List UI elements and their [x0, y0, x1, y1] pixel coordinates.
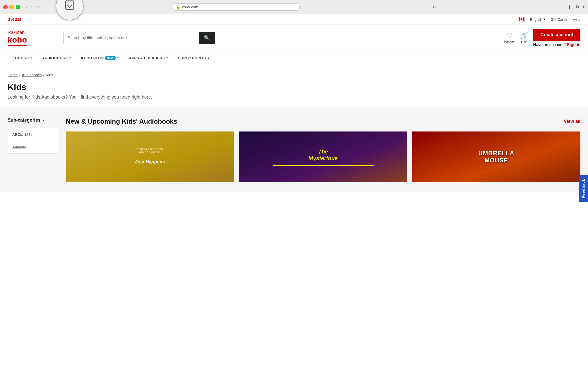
reload-button[interactable]: ↻ [433, 5, 436, 9]
search-button[interactable]: 🔍 [199, 32, 215, 44]
forward-button[interactable]: › [30, 4, 34, 10]
gift-cards-link[interactable]: Gift Cards [551, 17, 568, 22]
book-card-2[interactable]: TheMysterious [239, 131, 407, 182]
chevron-down-icon: ▾ [30, 56, 32, 60]
create-account-button[interactable]: Create account [533, 29, 580, 41]
book-cover-1: SURF HAPPENS VIEOGRACE SAPPERS Just Happ… [66, 131, 234, 182]
heart-icon: ♡ [507, 32, 513, 39]
svg-rect-0 [66, 1, 74, 9]
chevron-down-icon: ▾ [117, 56, 119, 60]
sidebar-title-text: Sub-categories [8, 118, 41, 123]
lock-icon: 🔒 [176, 5, 180, 9]
page-content: Home / Audiobooks / Kids Kids Looking fo… [0, 65, 588, 107]
nav-item-audiobooks[interactable]: AUDIOBOOKS ▾ [37, 51, 76, 65]
book-cover-3: UMBRELLAMOUSE [412, 131, 580, 182]
help-link[interactable]: Help [573, 17, 580, 22]
logo[interactable]: Rakuten kobo [8, 30, 58, 46]
sidebar-toggle-button[interactable]: ▭ [35, 4, 42, 10]
back-button[interactable]: ‹ [24, 4, 29, 10]
page-title: Kids [8, 82, 580, 92]
nav-item-kobo-plus[interactable]: KOBO PLUS NEW ▾ [76, 51, 124, 65]
logo-underline [8, 45, 27, 46]
url-text: kobo.com [182, 5, 198, 9]
promo-text: Get $15 [8, 17, 21, 22]
nav-item-apps-ereaders[interactable]: APPS & eREADERS ▾ [124, 51, 173, 65]
logo-kobo-text: kobo [8, 35, 27, 44]
canada-flag-icon: 🇨🇦 [518, 16, 525, 22]
browser-chrome: ✕ − + ‹ › ▭ 🔒 kobo.com ↻ ⬆ ⧉ + [0, 0, 588, 14]
main-area: New & Upcoming Kids' Audiobooks View all… [66, 118, 580, 182]
page-subtitle: Looking for Kids Audiobooks? You'll find… [8, 94, 580, 100]
wishlist-button[interactable]: ♡ Wishlist [504, 32, 515, 44]
chevron-down-icon: ▾ [166, 56, 168, 60]
nav-audiobooks-label: AUDIOBOOKS [42, 56, 68, 60]
chevron-down-icon: ▾ [69, 56, 71, 60]
feedback-container: Feedback [579, 175, 588, 203]
sidebar-item-animals[interactable]: Animals [8, 141, 58, 153]
nav-bar: eBOOKS ▾ AUDIOBOOKS ▾ KOBO PLUS NEW ▾ AP… [0, 51, 588, 65]
browser-nav-buttons: ‹ › ▭ [24, 4, 42, 10]
sidebar-list: ABCs, 123s Animals [8, 128, 58, 154]
main-header: Rakuten kobo 🔍 ♡ Wishlist 🛒 Cart Create … [0, 25, 588, 51]
traffic-lights: ✕ − + [3, 5, 20, 9]
nav-item-super-points[interactable]: SUPER POINTS ▾ [173, 51, 214, 65]
chevron-right-icon: › [43, 118, 44, 123]
utility-bar: Get $15 🇨🇦 English ▾ Gift Cards Help [0, 14, 588, 25]
breadcrumb-sep-2: / [43, 73, 44, 77]
create-account-section: Create account Have an account? Sign in [533, 29, 580, 47]
search-area: 🔍 [63, 32, 215, 44]
new-badge: NEW [105, 56, 116, 60]
cart-icon: 🛒 [520, 32, 528, 39]
cart-label: Cart [521, 40, 527, 44]
minimize-button[interactable]: − [9, 5, 14, 9]
sign-in-prompt: Have an account? Sign in [533, 43, 580, 47]
search-input[interactable] [63, 32, 199, 44]
sign-in-link[interactable]: Sign in [567, 43, 580, 47]
breadcrumb: Home / Audiobooks / Kids [8, 73, 580, 77]
chevron-down-icon: ▾ [208, 56, 209, 60]
fullscreen-button[interactable]: + [16, 5, 20, 9]
nav-kobo-plus-label: KOBO PLUS [81, 56, 103, 60]
breadcrumb-sep-1: / [19, 73, 20, 77]
share-button[interactable]: ⬆ [567, 3, 573, 11]
language-label: English [530, 17, 542, 22]
nav-super-points-label: SUPER POINTS [178, 56, 206, 60]
book-card-1[interactable]: SURF HAPPENS VIEOGRACE SAPPERS Just Happ… [66, 131, 234, 182]
view-all-link[interactable]: View all [564, 119, 580, 124]
header-actions: ♡ Wishlist 🛒 Cart Create account Have an… [504, 29, 580, 47]
nav-ebooks-label: eBOOKS [13, 56, 29, 60]
have-account-text: Have an account? [533, 43, 566, 47]
tab-overview-button[interactable]: ⧉ [575, 3, 580, 11]
nav-apps-label: APPS & eREADERS [129, 56, 165, 60]
breadcrumb-kids: Kids [46, 73, 53, 77]
feedback-button[interactable]: Feedback [579, 175, 588, 202]
search-icon: 🔍 [204, 35, 210, 41]
sidebar-title[interactable]: Sub-categories › [8, 118, 58, 123]
book-card-3[interactable]: UMBRELLAMOUSE [412, 131, 580, 182]
chevron-down-icon: ▾ [543, 17, 545, 22]
website: Get $15 🇨🇦 English ▾ Gift Cards Help Rak… [0, 14, 588, 378]
book-cover-2: TheMysterious [239, 131, 407, 182]
section-header: New & Upcoming Kids' Audiobooks View all [66, 118, 580, 125]
language-selector[interactable]: English ▾ [530, 17, 545, 22]
new-tab-button[interactable]: + [582, 4, 585, 10]
breadcrumb-audiobooks[interactable]: Audiobooks [22, 73, 42, 77]
wishlist-label: Wishlist [504, 40, 515, 44]
sidebar-item-abcs[interactable]: ABCs, 123s [8, 128, 58, 141]
sidebar: Sub-categories › ABCs, 123s Animals [8, 118, 58, 182]
close-button[interactable]: ✕ [3, 5, 8, 9]
book-grid: SURF HAPPENS VIEOGRACE SAPPERS Just Happ… [66, 131, 580, 182]
browser-toolbar-actions: ⬆ ⧉ + [567, 3, 585, 11]
breadcrumb-home[interactable]: Home [8, 73, 18, 77]
address-bar[interactable]: 🔒 kobo.com [173, 3, 300, 11]
cart-button[interactable]: 🛒 Cart [520, 32, 528, 44]
section-title: New & Upcoming Kids' Audiobooks [66, 118, 177, 125]
nav-item-ebooks[interactable]: eBOOKS ▾ [8, 51, 37, 65]
logo-rakuten-text: Rakuten [8, 30, 27, 35]
content-section: Sub-categories › ABCs, 123s Animals New … [0, 107, 588, 192]
pocket-shield-icon [64, 0, 75, 13]
